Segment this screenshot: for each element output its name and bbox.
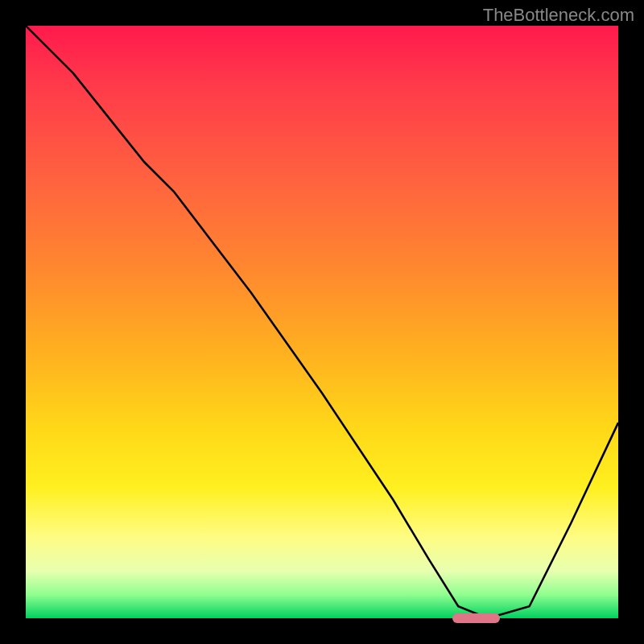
chart-plot-area [26,26,618,618]
optimal-marker [452,613,500,623]
curve-path [26,26,618,618]
watermark-text: TheBottleneck.com [483,5,634,26]
bottleneck-line [26,26,618,618]
